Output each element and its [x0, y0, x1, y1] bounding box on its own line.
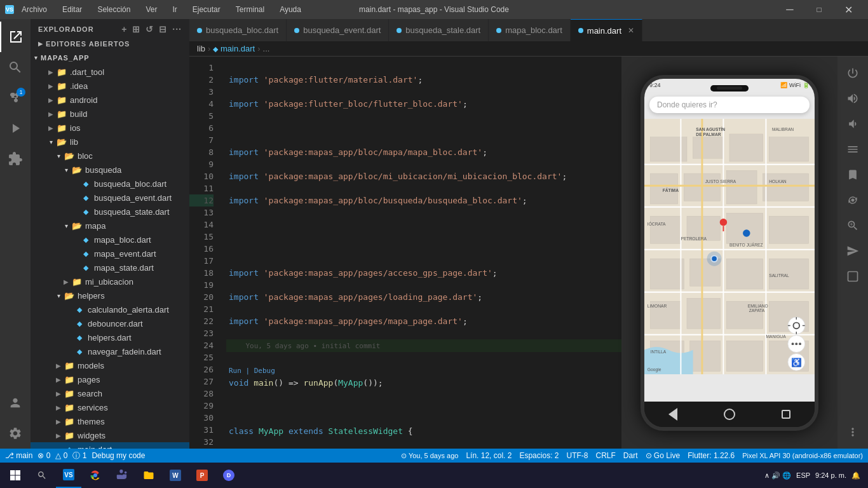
- spaces-indicator[interactable]: Espacios: 2: [519, 451, 559, 460]
- tree-item-widgets[interactable]: ▶ 📁 widgets: [31, 428, 189, 442]
- tree-item-search[interactable]: ▶ 📁 search: [31, 386, 189, 400]
- account-icon[interactable]: [0, 388, 31, 418]
- volume-up-icon[interactable]: [841, 112, 864, 135]
- tab-busqueda-stale[interactable]: busqueda_stale.dart: [389, 19, 489, 41]
- error-count[interactable]: ⊗ 0: [37, 451, 50, 460]
- editors-open-section[interactable]: ▶ EDITORES ABIERTOS: [31, 37, 189, 51]
- tree-item-busqueda-event[interactable]: ▶ ◆ busqueda_event.dart: [31, 191, 189, 205]
- tree-item-ios[interactable]: ▶ 📁 ios: [31, 121, 189, 135]
- menu-archivo[interactable]: Archivo: [19, 5, 50, 14]
- explorer-icon[interactable]: [0, 22, 31, 52]
- settings-icon[interactable]: [0, 418, 31, 449]
- tree-item-navegar[interactable]: ▶ ◆ navegar_fadein.dart: [31, 344, 189, 358]
- maximize-button[interactable]: □: [804, 0, 834, 19]
- tree-item-mapa-bloc[interactable]: ▶ ◆ mapa_bloc.dart: [31, 233, 189, 247]
- format-icon[interactable]: [841, 138, 864, 161]
- more-options-icon[interactable]: ···: [172, 24, 182, 34]
- tree-item-busqueda-state[interactable]: ▶ ◆ busqueda_state.dart: [31, 205, 189, 219]
- debug-label[interactable]: Debug my code: [92, 451, 145, 460]
- tree-item-helpers-dart[interactable]: ▶ ◆ helpers.dart: [31, 330, 189, 344]
- menu-ir[interactable]: Ir: [170, 5, 179, 14]
- tab-busqueda-event[interactable]: busqueda_event.dart: [287, 19, 389, 41]
- tree-item-android[interactable]: ▶ 📁 android: [31, 93, 189, 107]
- zoom-in-icon[interactable]: [841, 214, 864, 237]
- minimize-button[interactable]: ─: [775, 0, 804, 19]
- tree-item-services[interactable]: ▶ 📁 services: [31, 400, 189, 414]
- tree-item-mi-ubicacion[interactable]: ▶ 📁 mi_ubicacion: [31, 274, 189, 288]
- tree-item-lib[interactable]: ▾ 📂 lib: [31, 135, 189, 149]
- breadcrumb-main[interactable]: ◆ main.dart: [213, 44, 255, 53]
- tree-item-themes[interactable]: ▶ 📁 themes: [31, 414, 189, 428]
- tab-main-dart[interactable]: main.dart ✕: [571, 19, 642, 41]
- taskbar-vscode[interactable]: VS: [56, 463, 81, 488]
- new-file-icon[interactable]: +: [121, 24, 127, 34]
- map-search-bar[interactable]: Donde quieres ir?: [649, 97, 810, 113]
- collapse-all-icon[interactable]: ⊟: [159, 24, 167, 34]
- new-folder-icon[interactable]: ⊞: [132, 24, 140, 34]
- encoding-indicator[interactable]: UTF-8: [566, 451, 588, 460]
- more-icon[interactable]: [841, 421, 864, 444]
- language-indicator[interactable]: Dart: [623, 451, 638, 460]
- square-icon[interactable]: [841, 265, 864, 288]
- tree-item-build[interactable]: ▶ 📁 build: [31, 107, 189, 121]
- breadcrumb-lib[interactable]: lib: [197, 44, 205, 53]
- tree-item-calculando[interactable]: ▶ ◆ calculando_alerta.dart: [31, 302, 189, 316]
- bookmark-icon[interactable]: [841, 163, 864, 186]
- screenshot-icon[interactable]: [841, 189, 864, 212]
- refresh-icon[interactable]: ↺: [146, 24, 154, 34]
- tree-item-mapa-state[interactable]: ▶ ◆ mapa_state.dart: [31, 261, 189, 274]
- tree-item-busqueda-bloc[interactable]: ▶ ◆ busqueda_bloc.dart: [31, 177, 189, 191]
- info-count[interactable]: ⓘ 1: [72, 451, 86, 461]
- send-icon[interactable]: [841, 240, 864, 262]
- taskbar-notification[interactable]: 🔔: [851, 471, 860, 480]
- tree-item-idea[interactable]: ▶ 📁 .idea: [31, 79, 189, 93]
- taskbar-time[interactable]: 9:24 p. m.: [815, 471, 846, 479]
- source-control-icon[interactable]: 1: [0, 83, 31, 113]
- menu-ejecutar[interactable]: Ejecutar: [190, 5, 223, 14]
- close-tab-icon[interactable]: ✕: [628, 26, 634, 35]
- extensions-icon[interactable]: [0, 144, 31, 174]
- code-editor[interactable]: 12345 678910 1112 1314151617 1819202122 …: [189, 57, 621, 449]
- taskbar-explorer[interactable]: [136, 463, 161, 488]
- nav-recents-button[interactable]: [780, 408, 792, 421]
- tree-item-main-dart[interactable]: ▶ ◆ main.dart: [31, 442, 189, 449]
- taskbar-discord[interactable]: D: [216, 463, 241, 488]
- tree-item-models[interactable]: ▶ 📁 models: [31, 358, 189, 372]
- nav-home-button[interactable]: [723, 408, 736, 421]
- project-section[interactable]: ▾ MAPAS_APP: [31, 51, 189, 65]
- taskbar-powerpoint[interactable]: P: [189, 463, 215, 488]
- menu-terminal[interactable]: Terminal: [233, 5, 267, 14]
- taskbar-word[interactable]: W: [163, 463, 188, 488]
- power-icon[interactable]: [841, 62, 864, 85]
- search-activity-icon[interactable]: [0, 52, 31, 83]
- volume-icon[interactable]: [841, 87, 864, 110]
- tree-item-dart-tool[interactable]: ▶ 📁 .dart_tool: [31, 65, 189, 79]
- menu-editar[interactable]: Editar: [60, 5, 85, 14]
- tab-mapa-bloc[interactable]: mapa_bloc.dart: [489, 19, 571, 41]
- go-live-button[interactable]: ⊙ Go Live: [646, 451, 681, 460]
- code-content[interactable]: import 'package:flutter/material.dart'; …: [221, 57, 621, 449]
- taskbar-teams[interactable]: [109, 463, 135, 488]
- warning-count[interactable]: △ 0: [55, 451, 67, 460]
- flutter-version[interactable]: Flutter: 1.22.6: [688, 451, 735, 460]
- git-branch[interactable]: ⎇ main: [5, 451, 32, 460]
- taskbar-language[interactable]: ESP: [796, 471, 810, 479]
- taskbar-system-icons[interactable]: ∧ 🔊 🌐: [764, 471, 791, 480]
- tree-item-busqueda[interactable]: ▾ 📂 busqueda: [31, 163, 189, 177]
- tree-item-helpers[interactable]: ▾ 📂 helpers: [31, 288, 189, 302]
- menu-ayuda[interactable]: Ayuda: [277, 5, 304, 14]
- tree-item-mapa-event[interactable]: ▶ ◆ mapa_event.dart: [31, 247, 189, 261]
- tree-item-mapa[interactable]: ▾ 📂 mapa: [31, 219, 189, 233]
- windows-start-button[interactable]: [3, 463, 28, 488]
- run-debug-icon[interactable]: [0, 113, 31, 144]
- taskbar-search[interactable]: [29, 463, 55, 488]
- cursor-position[interactable]: Lín. 12, col. 2: [466, 451, 512, 460]
- tree-item-pages[interactable]: ▶ 📁 pages: [31, 372, 189, 386]
- nav-back-button[interactable]: [667, 408, 679, 421]
- line-ending-indicator[interactable]: CRLF: [595, 451, 615, 460]
- menu-ver[interactable]: Ver: [143, 5, 159, 14]
- device-indicator[interactable]: Pixel XL API 30 (android-x86 emulator): [742, 452, 863, 459]
- taskbar-chrome[interactable]: [83, 463, 108, 488]
- tree-item-bloc[interactable]: ▾ 📂 bloc: [31, 149, 189, 163]
- menu-seleccion[interactable]: Selección: [95, 5, 133, 14]
